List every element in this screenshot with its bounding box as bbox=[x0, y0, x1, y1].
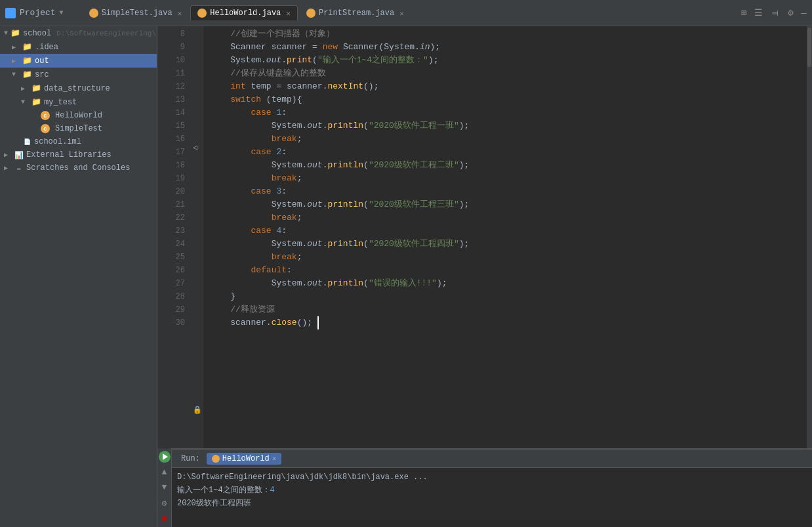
code-line-20: case 3 : bbox=[210, 185, 800, 198]
code-line-19: break ; bbox=[210, 172, 800, 185]
code-line-17: case 2 : bbox=[210, 146, 800, 159]
comment-8: //创建一个扫描器（对象） bbox=[210, 28, 335, 41]
bottom-tab-label: HelloWorld bbox=[222, 454, 270, 463]
tab-icon-printstream bbox=[306, 9, 315, 18]
code-line-10: System . out . print ( "输入一个1~4之间的整数：" )… bbox=[210, 54, 800, 67]
run-label: Run: bbox=[177, 453, 204, 465]
bottom-panel: Run: HelloWorld ✕ D:\SoftwareEngineering… bbox=[172, 448, 812, 527]
sidebar-item-data-structure[interactable]: ▶ 📁 data_structure bbox=[0, 81, 157, 95]
chevron-right-icon-scratch: ▶ bbox=[4, 164, 12, 172]
settings-panel-button[interactable]: ⚙ bbox=[159, 497, 171, 509]
sidebar-item-src[interactable]: ▼ 📁 src bbox=[0, 68, 157, 81]
scrollbar-thumb[interactable] bbox=[807, 28, 811, 67]
sidebar-item-out[interactable]: ▶ 📁 out bbox=[0, 54, 157, 68]
sidebar-path-school: D:\SoftwareEngineering\java\exercise\sch… bbox=[56, 30, 157, 37]
settings-icon[interactable]: ⚙ bbox=[788, 7, 793, 18]
tab-close-helloworld[interactable]: ✕ bbox=[286, 9, 291, 18]
sidebar-label-simpletest: SimpleTest bbox=[55, 124, 102, 133]
code-line-23: case 4 : bbox=[210, 224, 800, 238]
cmd-text: D:\SoftwareEngineering\java\jdk\jdk8\bin… bbox=[177, 473, 428, 482]
bottom-output-line: 2020级软件工程四班 bbox=[177, 497, 807, 510]
editor-tabs: SimpleTest.java ✕ HelloWorld.java ✕ Prin… bbox=[82, 5, 736, 20]
minimize-icon[interactable]: — bbox=[802, 8, 807, 18]
out-folder-icon: 📁 bbox=[22, 56, 32, 66]
title-bar-right: ⊞ ☰ ⫤ ⚙ — bbox=[741, 7, 807, 18]
code-line-21: System . out . println ( "2020级软件工程三班" )… bbox=[210, 198, 800, 211]
editor-scrollbar[interactable] bbox=[807, 26, 812, 448]
sidebar-item-school-iml[interactable]: 📄 school.iml bbox=[0, 135, 157, 148]
stop-button[interactable]: ■ bbox=[159, 513, 171, 524]
code-line-11: //保存从键盘输入的整数 bbox=[210, 67, 800, 80]
tab-close-simpletest[interactable]: ✕ bbox=[178, 9, 182, 18]
mytest-folder-icon: 📁 bbox=[31, 97, 41, 107]
sidebar-label-school-iml: school.iml bbox=[34, 137, 81, 146]
project-title: Project ▼ bbox=[5, 8, 64, 18]
tab-close-printstream[interactable]: ✕ bbox=[399, 9, 404, 18]
code-line-8: //创建一个扫描器（对象） bbox=[210, 28, 800, 41]
tab-simpletest[interactable]: SimpleTest.java ✕ bbox=[82, 5, 190, 20]
sidebar-label-data-structure: data_structure bbox=[44, 84, 110, 93]
code-content[interactable]: //创建一个扫描器（对象） Scanner scanner = new Scan… bbox=[203, 26, 807, 448]
chevron-right-icon-ds: ▶ bbox=[21, 85, 29, 93]
code-line-18: System . out . println ( "2020级软件工程二班" )… bbox=[210, 159, 800, 172]
sidebar-label-external-libraries: External Libraries bbox=[26, 150, 112, 159]
code-line-15: System . out . println ( "2020级软件工程一班" )… bbox=[210, 119, 800, 133]
code-editor[interactable]: 8 9 10 11 12 13 14 15 16 17 18 19 20 21 … bbox=[157, 26, 812, 448]
sidebar-label-school: school bbox=[23, 29, 51, 38]
chevron-down-icon-src: ▼ bbox=[12, 71, 20, 78]
tab-printstream[interactable]: PrintStream.java ✕ bbox=[299, 5, 411, 20]
tab-label-printstream: PrintStream.java bbox=[319, 9, 394, 18]
chevron-right-icon-out: ▶ bbox=[12, 57, 20, 65]
chevron-right-icon: ▶ bbox=[12, 43, 20, 51]
project-folder-icon: 📁 bbox=[10, 28, 20, 38]
sidebar-item-scratches[interactable]: ▶ ✏ Scratches and Consoles bbox=[0, 161, 157, 175]
project-label: Project bbox=[20, 8, 56, 18]
code-line-9: Scanner scanner = new Scanner ( System .… bbox=[210, 41, 800, 54]
sidebar-item-external-libraries[interactable]: ▶ 📊 External Libraries bbox=[0, 148, 157, 161]
sidebar-item-helloworld[interactable]: C HelloWorld bbox=[0, 109, 157, 122]
align-icon[interactable]: ☰ bbox=[754, 7, 763, 18]
scroll-up-button[interactable]: ▲ bbox=[159, 467, 171, 478]
tab-label-helloworld: HelloWorld.java bbox=[210, 9, 281, 18]
gutter-mark-28: 🔒 bbox=[193, 406, 202, 414]
code-line-26: default : bbox=[210, 264, 800, 277]
code-line-27: System . out . println ( "错误的输入!!!" ); bbox=[210, 277, 800, 290]
sidebar-item-idea[interactable]: ▶ 📁 .idea bbox=[0, 40, 157, 54]
scroll-down-button[interactable]: ▼ bbox=[159, 482, 171, 494]
bottom-tabs: Run: HelloWorld ✕ bbox=[172, 450, 812, 468]
editor-area: 8 9 10 11 12 13 14 15 16 17 18 19 20 21 … bbox=[157, 26, 812, 527]
ext-lib-icon: 📊 bbox=[14, 150, 24, 159]
run-button[interactable] bbox=[159, 451, 171, 463]
code-line-24: System . out . println ( "2020级软件工程四班" )… bbox=[210, 238, 800, 251]
iml-icon: 📄 bbox=[22, 137, 31, 146]
sidebar-label-helloworld: HelloWorld bbox=[55, 111, 102, 120]
sidebar-label-idea: .idea bbox=[35, 43, 58, 52]
ds-folder-icon: 📁 bbox=[31, 83, 41, 93]
tab-helloworld[interactable]: HelloWorld.java ✕ bbox=[190, 5, 298, 20]
sidebar-item-project-root[interactable]: ▼ 📁 school D:\SoftwareEngineering\java\e… bbox=[0, 26, 157, 40]
bottom-row: ▲ ▼ ⚙ ■ Run: HelloWorld ✕ D:\Softwar bbox=[157, 448, 812, 527]
helloworld-java-icon: C bbox=[41, 111, 50, 120]
split-icon[interactable]: ⫤ bbox=[771, 8, 780, 18]
sidebar-item-my-test[interactable]: ▼ 📁 my_test bbox=[0, 95, 157, 109]
bottom-tab-helloworld[interactable]: HelloWorld ✕ bbox=[207, 453, 282, 465]
chevron-down-icon-mytest: ▼ bbox=[21, 98, 29, 106]
text-cursor bbox=[312, 316, 319, 329]
output-text: 2020级软件工程四班 bbox=[177, 499, 251, 508]
editor-gutter: ◁ 🔒 bbox=[190, 26, 203, 448]
sidebar-label-scratches: Scratches and Consoles bbox=[26, 163, 130, 173]
bottom-cmd-line: D:\SoftwareEngineering\java\jdk\jdk8\bin… bbox=[177, 471, 807, 484]
sidebar-item-simpletest[interactable]: C SimpleTest bbox=[0, 122, 157, 135]
project-dropdown-icon[interactable]: ▼ bbox=[60, 9, 64, 16]
src-folder-icon: 📁 bbox=[22, 70, 32, 79]
sidebar-label-src: src bbox=[35, 70, 49, 79]
bottom-tab-close[interactable]: ✕ bbox=[272, 454, 277, 463]
code-line-30: scanner. close (); bbox=[210, 316, 800, 329]
chevron-right-icon-extlib: ▶ bbox=[4, 151, 12, 159]
tab-icon-helloworld bbox=[197, 9, 207, 18]
code-line-16: break ; bbox=[210, 133, 800, 146]
code-line-12: int temp = scanner. nextInt (); bbox=[210, 80, 800, 93]
layout-icon[interactable]: ⊞ bbox=[741, 7, 746, 18]
code-line-14: case 1 : bbox=[210, 106, 800, 119]
sidebar-label-my-test: my_test bbox=[44, 98, 77, 107]
